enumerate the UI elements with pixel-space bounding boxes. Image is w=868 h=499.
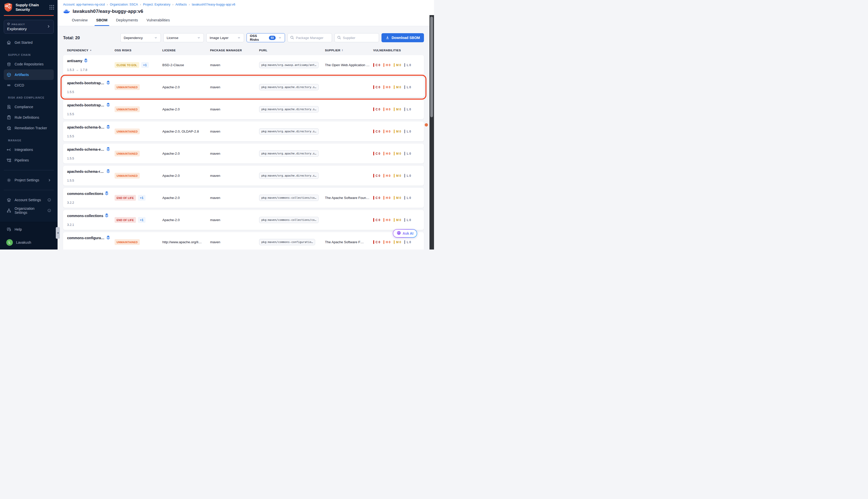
sidebar-item-organization-settings[interactable]: Organization Settings <box>4 205 54 216</box>
breadcrumb-link[interactable]: Account: app-harness-ng-cicd <box>63 3 105 6</box>
sidebar-item-integrations[interactable]: Integrations <box>4 144 54 155</box>
tab-vulnerabilities[interactable]: Vulnerabilities <box>147 14 170 26</box>
download-sbom-button[interactable]: Download SBOM <box>381 33 424 42</box>
dependency-version: 1.5.5 <box>67 157 74 160</box>
document-search-icon <box>6 105 11 109</box>
severity-bar <box>373 63 374 67</box>
supplier-text: The Apache Software F… <box>325 240 364 244</box>
license-cell: Apache-2.0 <box>162 144 210 163</box>
table-row[interactable]: antisamy1.5.3→1.7.8CLOSE TO EOL+1BSD-2-C… <box>63 55 424 75</box>
severity-bar <box>373 130 374 133</box>
severity-letter: L <box>407 63 408 67</box>
sidebar-item-get-started[interactable]: Get Started <box>4 37 54 48</box>
robot-icon <box>397 231 401 236</box>
table-row[interactable]: apacheds-schema-boo…1.5.5UNMAINTAINEDApa… <box>63 121 424 141</box>
dependency-name: commons-configuration <box>67 236 105 240</box>
severity-letter: H <box>386 174 388 178</box>
table-row[interactable]: apacheds-bootstrap-e…1.5.5UNMAINTAINEDAp… <box>63 77 424 97</box>
sidebar-item-compliance[interactable]: Compliance <box>4 101 54 112</box>
image-layer-filter[interactable]: Image Layer <box>206 33 244 42</box>
risk-badge: UNMAINTAINED <box>115 151 140 156</box>
vulnerabilities-cell: C0H0M0L0 <box>373 210 424 230</box>
dependency-version: 3.2.1 <box>67 223 74 227</box>
severity-letter: M <box>396 130 399 133</box>
vulnerabilities-cell: C0H0M0L0 <box>373 144 424 163</box>
sidebar: Supply Chain Security PROJECT Explorator… <box>0 0 58 250</box>
sidebar-item-account-settings[interactable]: Account Settings <box>4 195 54 205</box>
project-cube-icon <box>7 22 10 26</box>
package-manager-cell: maven <box>210 188 259 208</box>
dependency-filter[interactable]: Dependency <box>121 33 161 42</box>
more-risks-badge[interactable]: +1 <box>141 62 149 68</box>
sidebar-item-pipelines[interactable]: Pipelines <box>4 155 54 166</box>
sidebar-item-artifacts[interactable]: Artifacts <box>4 70 54 80</box>
breadcrumb-link[interactable]: Artifacts <box>175 3 187 6</box>
table-row[interactable]: commons-collections3.2.1END OF LIFE+1Apa… <box>63 210 424 230</box>
more-risks-badge[interactable]: +1 <box>138 217 146 223</box>
purl-pill[interactable]: pkg:maven/commons-collections/co… <box>259 217 319 223</box>
severity-letter: C <box>376 218 378 222</box>
severity-bar <box>383 152 385 156</box>
purl-pill[interactable]: pkg:maven/org.apache.directory.s… <box>259 128 319 135</box>
tab-sbom[interactable]: SBOM <box>96 14 108 26</box>
purl-pill[interactable]: pkg:maven/org.apache.directory.s… <box>259 172 319 179</box>
ask-ai-button[interactable]: Ask AI <box>393 229 417 238</box>
purl-pill[interactable]: pkg:maven/org.apache.directory.s… <box>259 150 319 157</box>
severity-bar <box>373 240 374 244</box>
dependency-cell: commons-configuration <box>63 232 115 250</box>
oss-risks-cell: UNMAINTAINED <box>115 232 162 250</box>
vulnerability-low: L0 <box>404 85 411 89</box>
oss-risks-filter[interactable]: OSS Risks 03 <box>247 33 285 42</box>
sidebar-item-rule-definitions[interactable]: Rule Definitions <box>4 112 54 123</box>
tab-overview[interactable]: Overview <box>72 14 88 26</box>
severity-count: 0 <box>410 63 411 67</box>
sort-desc-icon[interactable]: ▼ <box>90 49 92 51</box>
purl-cell: pkg:maven/commons-collections/co… <box>259 188 325 208</box>
nine-dot-grid-icon[interactable] <box>50 5 54 10</box>
dependency-name: apacheds-bootstrap-p… <box>67 103 105 107</box>
sidebar-item-help[interactable]: Help <box>4 224 54 235</box>
scrollbar-thumb[interactable] <box>430 16 433 117</box>
license-filter[interactable]: License <box>163 33 204 42</box>
table-row[interactable]: apacheds-bootstrap-p…1.5.5UNMAINTAINEDAp… <box>63 99 424 119</box>
severity-count: 0 <box>378 196 380 200</box>
severity-letter: L <box>407 130 408 133</box>
vulnerabilities-cell: C0H0M0L0 <box>373 99 424 119</box>
severity-count: 0 <box>389 152 391 156</box>
user-name: Lavakush <box>16 241 31 244</box>
sort-icon[interactable]: ▲▼ <box>342 49 343 51</box>
table-row[interactable]: commons-collections3.2.2END OF LIFE+1Apa… <box>63 188 424 208</box>
breadcrumb-link[interactable]: Organization: SSCA <box>110 3 138 6</box>
purl-pill[interactable]: pkg:maven/commons-configuratio… <box>259 239 315 245</box>
sidebar-collapse-handle[interactable]: ◀ <box>56 227 60 239</box>
vertical-scrollbar[interactable] <box>429 15 434 250</box>
project-selector[interactable]: PROJECT Exploratory <box>4 20 54 34</box>
purl-pill[interactable]: pkg:maven/org.owasp.antisamy/ant… <box>259 62 319 68</box>
purl-pill[interactable]: pkg:maven/commons-collections/co… <box>259 195 319 201</box>
table-row[interactable]: apacheds-schema-extr…1.5.5UNMAINTAINEDAp… <box>63 144 424 163</box>
severity-count: 0 <box>378 174 380 178</box>
sidebar-item-label: Account Settings <box>15 198 41 202</box>
info-icon <box>47 208 51 212</box>
table-row[interactable]: commons-configurationUNMAINTAINEDhttp://… <box>63 232 424 250</box>
license-text: Apache-2.0, OLDAP-2.8 <box>162 130 199 133</box>
purl-pill[interactable]: pkg:maven/org.apache.directory.s… <box>259 106 319 112</box>
severity-count: 0 <box>410 152 411 156</box>
sidebar-item-ci-cd[interactable]: CI/CD <box>4 80 54 90</box>
column-header-license: LICENSE <box>162 49 210 52</box>
supplier-cell <box>325 77 373 97</box>
table-row[interactable]: apacheds-schema-regi…1.5.5UNMAINTAINEDAp… <box>63 166 424 186</box>
sidebar-item-code-repositories[interactable]: Code Repositories <box>4 59 54 70</box>
more-risks-badge[interactable]: +1 <box>138 195 146 201</box>
column-header-supplier[interactable]: SUPPLIER▲▼ <box>325 49 373 52</box>
breadcrumb-link[interactable]: lavakush07/easy-buggy-app:v6 <box>192 3 235 6</box>
sidebar-item-user[interactable]: L Lavakush <box>4 237 54 248</box>
oss-risks-cell: UNMAINTAINED <box>115 121 162 141</box>
column-header-dependency[interactable]: DEPENDENCY▼ <box>63 49 115 52</box>
supplier-text: The Open Web Application … <box>325 63 370 67</box>
sidebar-item-remediation-tracker[interactable]: Remediation Tracker <box>4 123 54 133</box>
purl-pill[interactable]: pkg:maven/org.apache.directory.s… <box>259 84 319 90</box>
breadcrumb-link[interactable]: Project: Exploratory <box>143 3 171 6</box>
tab-deployments[interactable]: Deployments <box>116 14 138 26</box>
sidebar-item-project-settings[interactable]: Project Settings <box>4 175 54 185</box>
